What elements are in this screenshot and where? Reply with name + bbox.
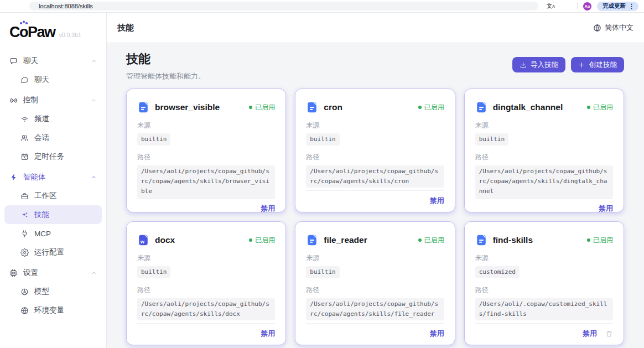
disable-button[interactable]: 禁用 [261,329,275,339]
create-skill-button[interactable]: 创建技能 [571,57,624,72]
gear-icon [20,248,29,257]
path-value: /Users/aoli/.copaw/customized_skills/fin… [475,298,613,320]
path-value: /Users/aoli/projects/copaw_github/src/co… [306,298,444,320]
path-value: /Users/aoli/projects/copaw_github/src/co… [137,298,275,320]
sidebar-section-label: 智能体 [23,172,46,182]
import-skill-button[interactable]: 导入技能 [512,57,565,72]
skill-card: browser_visible已启用来源builtin路径/Users/aoli… [126,89,286,212]
version-label: v0.0.3b1 [59,32,81,38]
sidebar-item-频道[interactable]: 频道 [4,110,102,128]
sidebar-item-MCP[interactable]: MCP [4,224,102,243]
sidebar-item-定时任务[interactable]: 定时任务 [4,147,102,166]
status-badge: 已启用 [418,103,444,112]
sidebar-item-工作区[interactable]: 工作区 [4,186,102,205]
sidebar-item-label: 会话 [34,133,49,143]
address-bar[interactable]: localhost:8088/skills [29,2,538,11]
source-label: 来源 [137,121,275,130]
file-icon: w [137,234,149,246]
update-button[interactable]: 完成更新 ⋮ [597,2,638,11]
sidebar-nav: 聊天聊天控制频道会话定时任务智能体工作区技能MCP运行配置设置模型环境变量 [0,46,106,323]
browser-chrome: localhost:8088/skills 文A Ao 完成更新 ⋮ [0,0,644,13]
sidebar-section-label: 控制 [23,95,38,105]
language-selector[interactable]: 简体中文 [593,23,633,33]
svg-text:w: w [140,239,145,245]
sidebar-item-运行配置[interactable]: 运行配置 [4,243,102,262]
path-label: 路径 [475,153,613,162]
disable-button[interactable]: 禁用 [430,196,444,206]
update-label: 完成更新 [603,2,626,10]
file-icon [475,101,487,113]
skill-card-header: find-skills已启用 [475,234,613,246]
source-label: 来源 [306,121,444,130]
plug-icon [20,230,29,238]
chrome-actions: 文A Ao 完成更新 ⋮ [547,2,638,11]
create-skill-label: 创建技能 [589,60,617,70]
path-value: /Users/aoli/projects/copaw_github/src/co… [475,165,613,198]
skill-name: find-skills [493,235,533,245]
logo-paw-dots-icon: o [19,24,28,40]
sidebar-item-模型[interactable]: 模型 [4,282,102,301]
calendar-clock-icon [20,153,29,161]
disable-button[interactable]: 禁用 [430,329,444,339]
disable-button[interactable]: 禁用 [261,204,275,214]
chevron-up-icon [91,58,97,64]
skill-name: docx [155,235,175,245]
chevron-up-icon [91,174,97,180]
skill-name: dingtalk_channel [493,102,563,112]
skill-card: dingtalk_channel已启用来源builtin路径/Users/aol… [464,89,624,212]
sidebar-item-label: 聊天 [34,75,49,85]
sidebar-item-聊天[interactable]: 聊天 [4,70,102,89]
skills-grid: browser_visible已启用来源builtin路径/Users/aoli… [126,89,624,345]
skill-card-header: cron已启用 [306,101,444,113]
sidebar-item-技能[interactable]: 技能 [4,205,102,224]
file-icon [137,101,149,113]
sidebar-section-聊天[interactable]: 聊天 [4,51,102,70]
translate-icon[interactable]: 文A [547,3,555,9]
page-subtitle: 管理智能体技能和能力。 [126,71,205,81]
source-value: customized [475,266,520,278]
skill-card: wdocx已启用来源builtin路径/Users/aoli/projects/… [126,221,286,345]
chevron-up-icon [91,270,97,276]
delete-skill-button[interactable] [605,330,613,337]
chevron-up-icon [91,97,97,103]
source-value: builtin [306,133,339,146]
avatar[interactable]: Ao [583,2,591,11]
disable-button[interactable]: 禁用 [599,204,613,214]
sidebar-item-label: 技能 [34,210,49,220]
status-dot-icon [587,106,590,109]
sidebar-section-设置[interactable]: 设置 [4,263,102,282]
disable-button[interactable]: 禁用 [583,329,597,339]
status-badge: 已启用 [587,103,613,112]
url-text: localhost:8088/skills [39,3,93,9]
skill-card: cron已启用来源builtin路径/Users/aoli/projects/c… [295,89,455,212]
status-dot-icon [249,238,252,242]
sidebar-section-控制[interactable]: 控制 [4,91,102,110]
sidebar-item-环境变量[interactable]: 环境变量 [4,301,102,320]
sidebar-section-label: 设置 [23,268,38,278]
skill-card-footer: 禁用 [137,198,275,214]
status-label: 已启用 [255,236,275,245]
globe-icon [593,24,601,32]
logo-text: CoPaw [9,24,55,41]
path-value: /Users/aoli/projects/copaw_github/src/co… [137,165,275,198]
path-label: 路径 [306,285,444,295]
skill-card-header: file_reader已启用 [306,234,444,246]
chat-bubble-icon [20,76,29,84]
skill-card: file_reader已启用来源builtin路径/Users/aoli/pro… [295,221,455,345]
sidebar-item-会话[interactable]: 会话 [4,128,102,147]
users-icon [20,134,29,142]
sidebar-section-智能体[interactable]: 智能体 [4,168,102,186]
status-dot-icon [249,106,252,109]
status-badge: 已启用 [249,236,275,245]
path-label: 路径 [475,285,613,295]
page-title: 技能 [126,51,205,67]
source-value: builtin [137,266,170,278]
page-actions: 导入技能 创建技能 [512,57,624,72]
file-icon [306,101,318,113]
sidebar-item-label: 运行配置 [34,247,64,257]
kebab-menu-icon[interactable]: ⋮ [629,3,635,10]
sidebar-section-label: 聊天 [23,56,38,66]
path-value: /Users/aoli/projects/copaw_github/src/co… [306,165,444,188]
skill-card-footer: 禁用 [306,323,444,339]
skill-card-footer: 禁用 [137,323,275,339]
